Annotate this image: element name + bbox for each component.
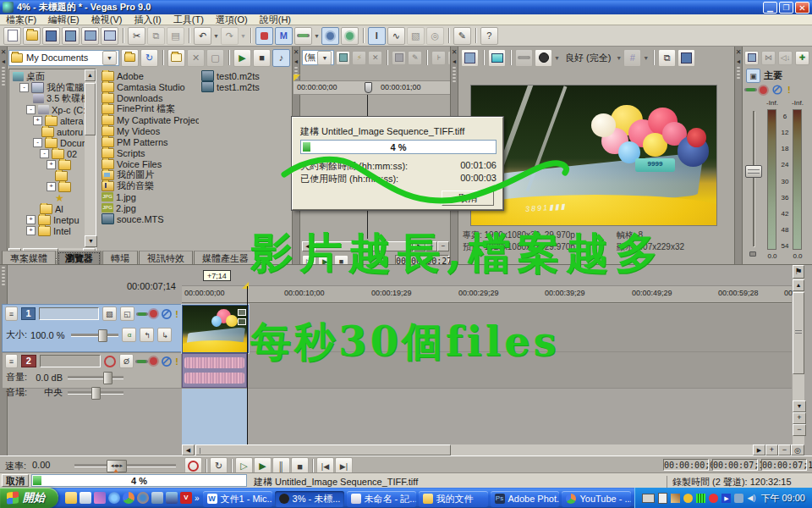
zoom-tool-icon[interactable]: ◎: [426, 27, 444, 45]
tray-ime-icon[interactable]: [658, 493, 667, 504]
insert-bus-icon[interactable]: ⋈: [761, 51, 776, 65]
event-pan-icon[interactable]: [238, 318, 246, 325]
marker-tool-icon[interactable]: ⚑: [793, 265, 804, 279]
favorites-icon[interactable]: ▢: [206, 49, 224, 67]
auto-ripple-icon[interactable]: M: [275, 27, 293, 45]
copy-snapshot-icon[interactable]: ⧉: [658, 49, 676, 67]
group-icon[interactable]: [341, 27, 359, 45]
track2-lane[interactable]: [182, 352, 792, 389]
open-media-icon[interactable]: [101, 27, 118, 45]
pin-pane-icon[interactable]: ◂: [0, 58, 7, 65]
save-snapshot-icon[interactable]: [678, 49, 695, 67]
explorer-grip[interactable]: ✕ ◂: [0, 47, 8, 264]
start-button[interactable]: 開始: [0, 488, 58, 508]
ignore-grouping-icon[interactable]: [321, 27, 339, 45]
trimmer-scrollbar[interactable]: ◀ ▶ + −: [302, 241, 449, 251]
tree-item[interactable]: -02: [11, 148, 96, 159]
flash-icon[interactable]: ⚡: [352, 51, 366, 65]
track1-plug-icon[interactable]: [138, 312, 146, 316]
menu-file[interactable]: 檔案(F): [0, 14, 42, 26]
ql-mail-icon[interactable]: [151, 492, 163, 504]
tray-eq-icon[interactable]: [696, 494, 705, 503]
track1-lane[interactable]: [182, 304, 792, 352]
track1-header[interactable]: ≡ 1 ▧ ◱ ! 大小: 100.0 % α ↰ ↳: [2, 304, 182, 352]
pin-pane-icon[interactable]: ◂: [451, 58, 458, 65]
track1-mute-icon[interactable]: [162, 309, 171, 319]
file-list[interactable]: Adobe Camtasia Studio Downloads FinePrin…: [98, 69, 290, 260]
paste-icon[interactable]: ▤: [167, 27, 184, 45]
track2-volume-slider[interactable]: [68, 376, 123, 378]
timeline-ruler[interactable]: 00:00:00;00 00:00:10;00 00:00:19;29 00:0…: [182, 286, 792, 303]
timeline-hscrollbar[interactable]: ◀ ▶ + − ◎: [182, 444, 804, 456]
external-monitor-icon[interactable]: [488, 49, 506, 67]
trimmer-cursor-head[interactable]: [365, 82, 372, 93]
start-preview-icon[interactable]: ▶: [233, 49, 251, 67]
master-bus-icon[interactable]: ▣: [746, 69, 760, 83]
ql-pen-icon[interactable]: [94, 492, 106, 504]
close-pane-icon[interactable]: ✕: [293, 48, 299, 56]
snapping-icon[interactable]: [255, 27, 273, 45]
undo-dropdown-icon[interactable]: ▼: [213, 33, 219, 39]
ql-chrome-icon[interactable]: [123, 492, 134, 504]
close-pane-icon[interactable]: ✕: [451, 48, 458, 56]
selection-start-timecode[interactable]: 00:00:00;00: [663, 459, 709, 471]
mixer-grip[interactable]: ✕ ◂: [735, 47, 743, 264]
close-button[interactable]: ✕: [795, 2, 809, 14]
auto-preview-icon[interactable]: ♪: [272, 49, 290, 67]
list-item[interactable]: My Captivate Projects: [102, 114, 199, 125]
bus-plug-icon[interactable]: [746, 88, 755, 91]
track2-fx-icon[interactable]: [150, 357, 157, 365]
redo-icon[interactable]: ↷: [221, 27, 239, 45]
tray-keyboard-icon[interactable]: [642, 494, 655, 503]
list-item[interactable]: Camtasia Studio: [102, 81, 199, 92]
playhead-cursor[interactable]: [247, 286, 248, 444]
quality-dropdown-icon[interactable]: ▼: [554, 55, 560, 61]
lock-envelopes-icon[interactable]: [294, 27, 312, 45]
help-tool-icon[interactable]: ?: [480, 27, 498, 45]
insert-fx-icon[interactable]: ◁↓: [778, 51, 793, 65]
new-folder-icon[interactable]: [167, 49, 185, 67]
tree-item[interactable]: +: [11, 181, 96, 192]
track2-mute-icon[interactable]: [162, 356, 172, 367]
ql-overflow-chevron-icon[interactable]: »: [195, 494, 200, 503]
list-item[interactable]: PM Patterns: [102, 136, 199, 147]
trimmer-media-combo[interactable]: (無 ▼: [302, 50, 334, 65]
stop-preview-icon[interactable]: ■: [253, 49, 271, 67]
track2-pan-slider[interactable]: [68, 391, 123, 394]
tree-vscrollbar[interactable]: ▲ ▼: [85, 69, 96, 247]
child-track-icon[interactable]: ↳: [157, 328, 172, 342]
tree-item[interactable]: [11, 170, 96, 181]
selection-length-timecode[interactable]: 00:00:07;14: [761, 459, 807, 471]
tree-item[interactable]: +Intel: [11, 225, 96, 236]
list-item[interactable]: JPG1.jpg: [102, 191, 199, 202]
title-bar[interactable]: 4% - 未標題的 * - Vegas Pro 9.0 ▁ ❐ ✕: [0, 0, 812, 14]
track2-header[interactable]: ≡ 2 Ø ! 音量: 0.0 dB 音場: 中央: [2, 352, 182, 389]
menu-help[interactable]: 說明(H): [254, 14, 297, 26]
list-item[interactable]: test0.m2ts: [201, 70, 286, 81]
selection-end-timecode[interactable]: 00:00:07;14: [712, 459, 758, 471]
menu-tools[interactable]: 工具(T): [167, 14, 210, 26]
tray-player-icon[interactable]: ▶: [721, 494, 731, 503]
tray-pen-icon[interactable]: [671, 494, 680, 503]
close-pane-icon[interactable]: ✕: [735, 48, 742, 56]
list-item[interactable]: Scripts: [102, 147, 199, 158]
shuttle-slider[interactable]: ◂◂▸▸: [74, 464, 176, 467]
tray-network-icon[interactable]: [734, 494, 743, 503]
close-pane-icon[interactable]: ✕: [0, 48, 7, 56]
redo-dropdown-icon[interactable]: ▼: [240, 33, 246, 39]
bus-solo-icon[interactable]: !: [787, 85, 791, 95]
ql-media-icon[interactable]: [166, 492, 178, 504]
dialog-cancel-button[interactable]: 取消: [442, 190, 494, 206]
menu-options[interactable]: 選項(O): [210, 14, 254, 26]
media-fx-icon[interactable]: [336, 51, 350, 65]
tree-item[interactable]: +Inetpu: [11, 214, 96, 225]
tray-warning-icon[interactable]: [683, 494, 693, 503]
tree-item[interactable]: +: [11, 159, 96, 170]
list-item[interactable]: test1.m2ts: [201, 81, 286, 92]
save-trim-icon[interactable]: [392, 51, 406, 65]
status-cancel-button[interactable]: 取消: [2, 474, 29, 487]
menu-view[interactable]: 檢視(V): [85, 14, 129, 26]
tree-item[interactable]: Al: [11, 203, 96, 214]
copy-icon[interactable]: ⧉: [147, 27, 165, 45]
delete-icon[interactable]: ✕: [187, 49, 205, 67]
